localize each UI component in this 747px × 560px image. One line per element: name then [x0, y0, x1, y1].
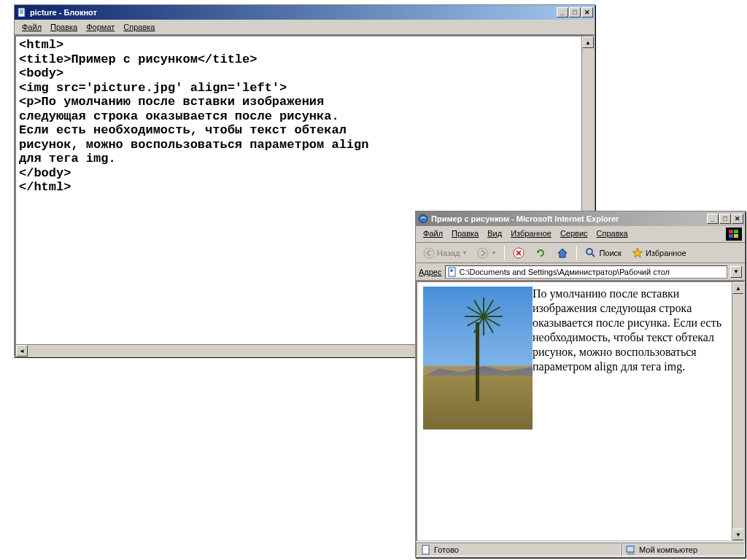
ie-toolbar: Назад ▼ ▼ Поиск Избранное: [416, 243, 745, 263]
window-controls: _ □ ✕: [557, 7, 593, 18]
menu-tools[interactable]: Сервис: [556, 228, 592, 241]
embedded-image: [423, 287, 533, 429]
address-value: C:\Documents and Settings\Администратор\…: [460, 268, 670, 276]
menu-file[interactable]: Файл: [419, 228, 447, 241]
ie-client-area: По умолчанию после вставки изображения с…: [416, 281, 745, 542]
back-arrow-icon: [423, 247, 435, 259]
minimize-button[interactable]: _: [557, 7, 568, 18]
stop-button[interactable]: [508, 245, 529, 261]
stop-icon: [513, 247, 525, 259]
status-left: Готово: [416, 542, 621, 556]
menu-view[interactable]: Вид: [483, 228, 506, 241]
back-button[interactable]: Назад ▼: [419, 245, 471, 261]
svg-point-10: [478, 248, 488, 258]
ie-titlebar[interactable]: Пример с рисунком - Microsoft Internet E…: [416, 211, 745, 226]
forward-button[interactable]: ▼: [473, 245, 500, 261]
separator: [504, 246, 505, 260]
menu-edit[interactable]: Правка: [447, 228, 483, 241]
notepad-titlebar[interactable]: picture - Блокнот _ □ ✕: [15, 5, 595, 20]
page-paragraph: По умолчанию после вставки изображения с…: [533, 287, 721, 373]
home-icon: [557, 247, 568, 259]
scroll-down-button[interactable]: ▼: [732, 529, 744, 540]
search-icon: [585, 247, 597, 259]
svg-rect-5: [729, 230, 733, 233]
star-icon: [632, 247, 643, 259]
menu-help[interactable]: Справка: [119, 21, 159, 33]
ie-title: Пример с рисунком - Microsoft Internet E…: [431, 214, 707, 223]
svg-point-9: [424, 248, 434, 258]
scroll-up-button[interactable]: ▲: [582, 36, 594, 48]
ie-menubar: Файл Правка Вид Избранное Сервис Справка: [416, 226, 745, 243]
address-input[interactable]: C:\Documents and Settings\Администратор\…: [445, 265, 728, 279]
refresh-icon: [535, 247, 546, 259]
windows-logo-icon: [726, 228, 742, 241]
ie-statusbar: Готово Мой компьютер: [416, 542, 745, 556]
svg-rect-17: [627, 546, 634, 552]
svg-rect-6: [734, 230, 738, 233]
close-button[interactable]: ✕: [581, 7, 593, 18]
ie-window: Пример с рисунком - Microsoft Internet E…: [415, 211, 746, 558]
window-controls: _ □ ✕: [707, 214, 743, 224]
menu-help[interactable]: Справка: [592, 228, 632, 241]
close-button[interactable]: ✕: [732, 214, 743, 224]
ie-icon: [417, 213, 429, 225]
address-label: Адрес: [419, 268, 442, 276]
maximize-button[interactable]: □: [719, 214, 731, 224]
forward-arrow-icon: [477, 247, 489, 259]
minimize-button[interactable]: _: [707, 214, 719, 224]
svg-rect-18: [628, 553, 634, 554]
chevron-down-icon: ▼: [462, 250, 468, 255]
menu-edit[interactable]: Правка: [46, 21, 82, 33]
svg-point-15: [450, 269, 453, 272]
computer-icon: [626, 545, 636, 555]
favorites-button[interactable]: Избранное: [627, 245, 691, 261]
page-icon: [447, 267, 457, 277]
refresh-button[interactable]: [530, 245, 551, 261]
svg-rect-14: [449, 268, 455, 276]
separator: [576, 246, 577, 260]
page-icon: [421, 545, 431, 555]
address-bar: Адрес C:\Documents and Settings\Админист…: [416, 263, 745, 281]
notepad-title: picture - Блокнот: [30, 8, 557, 17]
plant-icon: [465, 298, 501, 335]
home-button[interactable]: [552, 245, 573, 261]
menu-format[interactable]: Формат: [82, 21, 119, 33]
vertical-scrollbar[interactable]: ▲ ▼: [732, 282, 743, 540]
notepad-icon: [16, 7, 28, 18]
maximize-button[interactable]: □: [569, 7, 581, 18]
notepad-text-content[interactable]: <html> <title>Пример с рисунком</title> …: [16, 36, 593, 196]
svg-line-13: [592, 254, 595, 257]
address-dropdown-button[interactable]: ▼: [730, 266, 742, 278]
svg-rect-0: [18, 8, 25, 17]
svg-rect-7: [729, 234, 733, 238]
menu-file[interactable]: Файл: [18, 21, 46, 33]
page-content: По умолчанию после вставки изображения с…: [417, 282, 732, 540]
scroll-up-button[interactable]: ▲: [732, 282, 744, 294]
menu-favorites[interactable]: Избранное: [506, 228, 556, 241]
scroll-left-button[interactable]: ◄: [16, 345, 28, 357]
svg-rect-8: [734, 234, 738, 238]
notepad-menubar: Файл Правка Формат Справка: [15, 20, 595, 35]
search-button[interactable]: Поиск: [581, 245, 625, 261]
svg-rect-16: [422, 545, 429, 554]
chevron-down-icon: ▼: [491, 250, 496, 255]
svg-point-12: [587, 249, 592, 254]
status-zone: Мой компьютер: [621, 542, 745, 556]
